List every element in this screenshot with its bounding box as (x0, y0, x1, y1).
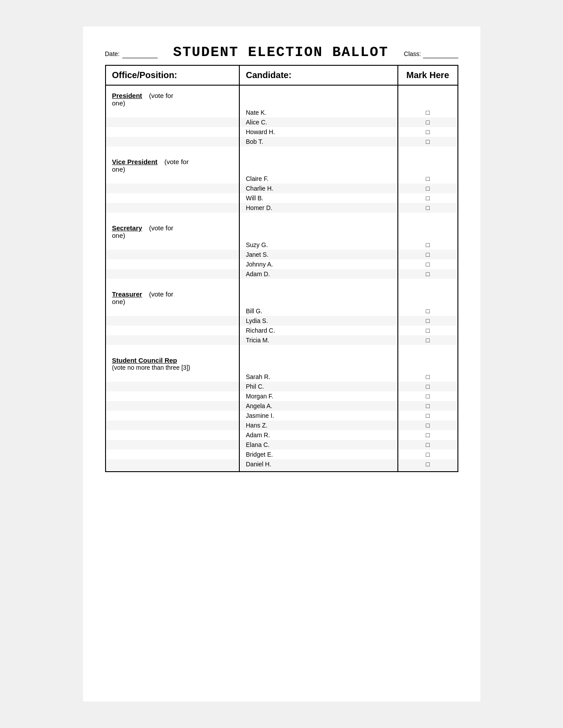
position-sub-president: one) (112, 99, 125, 107)
checkbox-president-1[interactable]: □ (398, 117, 458, 127)
position-sub-secretary: one) (112, 232, 125, 239)
table-row: Johnny A. □ (106, 259, 458, 269)
table-row: Howard H. □ (106, 127, 458, 137)
ballot-table: Office/Position: Candidate: Mark Here Pr… (105, 65, 458, 472)
checkbox-secretary-2[interactable]: □ (398, 259, 458, 269)
candidate-name: Richard C. (239, 326, 398, 335)
checkbox-student-council-rep-1[interactable]: □ (398, 382, 458, 391)
section-vice-president: Vice President (vote for one) (106, 152, 458, 174)
candidate-name: Morgan F. (239, 391, 398, 401)
checkbox-student-council-rep-4[interactable]: □ (398, 411, 458, 420)
position-empty-president-0 (106, 108, 239, 117)
candidate-name: Will B. (239, 193, 398, 203)
candidate-name: Bridget E. (239, 450, 398, 459)
candidate-name: Charlie H. (239, 184, 398, 193)
position-empty-president-3 (106, 137, 239, 146)
checkbox-student-council-rep-2[interactable]: □ (398, 391, 458, 401)
table-row: Alice C. □ (106, 117, 458, 127)
checkbox-treasurer-0[interactable]: □ (398, 306, 458, 316)
checkbox-student-council-rep-0[interactable]: □ (398, 372, 458, 382)
candidate-name: Janet S. (239, 250, 398, 259)
section-candidate-empty-treasurer (239, 284, 398, 306)
candidate-name: Suzy G. (239, 240, 398, 250)
table-row: Adam R. □ (106, 430, 458, 440)
position-empty-treasurer-2 (106, 326, 239, 335)
candidate-name: Sarah R. (239, 372, 398, 382)
section-secretary: Secretary (vote for one) (106, 218, 458, 240)
section-candidate-empty-president (239, 85, 398, 108)
candidate-name: Tricia M. (239, 335, 398, 345)
checkbox-secretary-0[interactable]: □ (398, 240, 458, 250)
candidate-name: Jasmine I. (239, 411, 398, 420)
table-row: Adam D. □ (106, 269, 458, 279)
checkbox-student-council-rep-7[interactable]: □ (398, 440, 458, 450)
candidate-name: Bob T. (239, 137, 398, 146)
checkbox-student-council-rep-8[interactable]: □ (398, 450, 458, 459)
position-label-vice-president: Vice President (112, 158, 158, 165)
position-empty-student-council-rep-4 (106, 411, 239, 420)
table-header-row: Office/Position: Candidate: Mark Here (106, 65, 458, 85)
checkbox-treasurer-2[interactable]: □ (398, 326, 458, 335)
checkbox-student-council-rep-3[interactable]: □ (398, 401, 458, 411)
table-row: Claire F. □ (106, 174, 458, 184)
candidate-name: Elana C. (239, 440, 398, 450)
checkbox-secretary-1[interactable]: □ (398, 250, 458, 259)
table-row: Homer D. □ (106, 203, 458, 213)
table-row: Lydia S. □ (106, 316, 458, 326)
position-empty-student-council-rep-1 (106, 382, 239, 391)
candidate-name: Claire F. (239, 174, 398, 184)
candidate-name: Bill G. (239, 306, 398, 316)
checkbox-treasurer-3[interactable]: □ (398, 335, 458, 345)
table-row: Jasmine I. □ (106, 411, 458, 420)
candidate-name: Howard H. (239, 127, 398, 137)
candidate-name: Hans Z. (239, 420, 398, 430)
position-empty-student-council-rep-3 (106, 401, 239, 411)
table-row: Nate K. □ (106, 108, 458, 117)
spacer-row (106, 279, 458, 284)
class-line (423, 50, 458, 58)
checkbox-student-council-rep-6[interactable]: □ (398, 430, 458, 440)
checkbox-vice-president-0[interactable]: □ (398, 174, 458, 184)
position-empty-secretary-2 (106, 259, 239, 269)
table-row: Bob T. □ (106, 137, 458, 146)
position-empty-secretary-0 (106, 240, 239, 250)
checkbox-president-0[interactable]: □ (398, 108, 458, 117)
checkbox-president-2[interactable]: □ (398, 127, 458, 137)
table-row: Suzy G. □ (106, 240, 458, 250)
checkbox-student-council-rep-9[interactable]: □ (398, 459, 458, 472)
section-student-council-rep: Student Council Rep (vote no more than t… (106, 350, 458, 372)
ballot-page: Date: Student Election Ballot Class: Off… (83, 26, 480, 702)
section-mark-empty-treasurer (398, 284, 458, 306)
checkbox-vice-president-2[interactable]: □ (398, 193, 458, 203)
checkbox-student-council-rep-5[interactable]: □ (398, 420, 458, 430)
table-row: Elana C. □ (106, 440, 458, 450)
position-empty-student-council-rep-8 (106, 450, 239, 459)
position-empty-student-council-rep-7 (106, 440, 239, 450)
position-empty-treasurer-1 (106, 316, 239, 326)
checkbox-treasurer-1[interactable]: □ (398, 316, 458, 326)
checkbox-secretary-3[interactable]: □ (398, 269, 458, 279)
table-row: Bill G. □ (106, 306, 458, 316)
checkbox-president-3[interactable]: □ (398, 137, 458, 146)
ballot-title: Student Election Ballot (162, 44, 400, 60)
table-row: Hans Z. □ (106, 420, 458, 430)
date-line (122, 50, 158, 58)
position-sub-vice-president: one) (112, 165, 125, 173)
table-row: Sarah R. □ (106, 372, 458, 382)
col-position: Office/Position: (106, 65, 239, 85)
checkbox-vice-president-3[interactable]: □ (398, 203, 458, 213)
section-mark-empty-secretary (398, 218, 458, 240)
position-empty-president-1 (106, 117, 239, 127)
candidate-name: Homer D. (239, 203, 398, 213)
position-empty-secretary-1 (106, 250, 239, 259)
candidate-name: Adam D. (239, 269, 398, 279)
table-row: Angela A. □ (106, 401, 458, 411)
position-empty-student-council-rep-6 (106, 430, 239, 440)
section-president: President (vote for one) (106, 85, 458, 108)
table-row: Morgan F. □ (106, 391, 458, 401)
position-empty-student-council-rep-9 (106, 459, 239, 472)
checkbox-vice-president-1[interactable]: □ (398, 184, 458, 193)
table-row: Bridget E. □ (106, 450, 458, 459)
table-row: Daniel H. □ (106, 459, 458, 472)
position-empty-student-council-rep-0 (106, 372, 239, 382)
